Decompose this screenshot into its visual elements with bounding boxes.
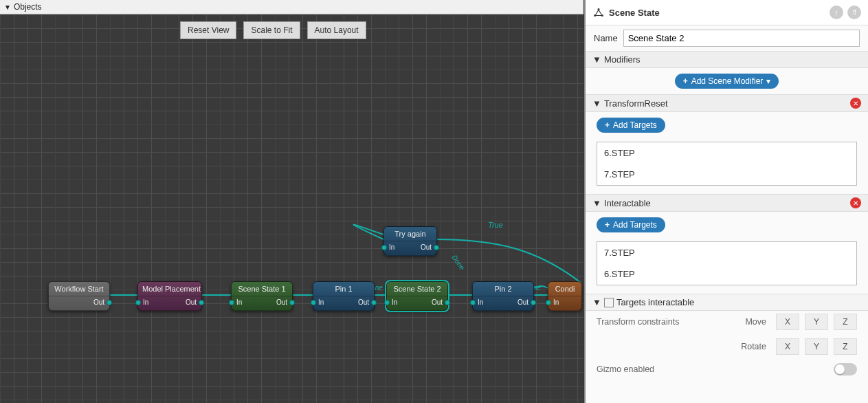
name-label: Name — [594, 33, 618, 43]
canvas-header[interactable]: ▼ Objects — [0, 0, 583, 14]
plus-icon: + — [605, 120, 610, 130]
edge-label-true: True — [488, 221, 503, 229]
remove-interactable-button[interactable]: ✕ — [850, 197, 861, 208]
targets-interactable-checkbox[interactable] — [604, 298, 614, 307]
move-z-button[interactable]: Z — [834, 314, 857, 330]
node-condition[interactable]: Condi In — [548, 281, 582, 311]
plus-icon: + — [683, 76, 688, 86]
panel-title: Scene State — [609, 8, 825, 18]
chevron-down-icon: ▼ — [592, 54, 601, 65]
chevron-down-icon: ▼ — [4, 3, 11, 11]
chevron-down-icon: ▼ — [592, 297, 601, 307]
node-try-again[interactable]: Try again InOut — [383, 226, 437, 256]
node-scene-state-1[interactable]: Scene State 1 InOut — [231, 281, 293, 311]
plus-icon: + — [605, 220, 610, 230]
port-out-icon[interactable] — [434, 245, 439, 250]
reset-view-button[interactable]: Reset View — [180, 21, 236, 39]
edge-label-done: Done — [451, 254, 467, 272]
targets-interactable-row[interactable]: ▼ Targets interactable — [586, 294, 868, 311]
gizmo-toggle[interactable] — [834, 363, 857, 375]
rotate-y-button[interactable]: Y — [805, 338, 828, 355]
nav-up-button[interactable]: ↑ — [830, 6, 843, 19]
port-in-icon[interactable] — [384, 300, 390, 305]
nav-top-button[interactable]: ⇑ — [847, 6, 861, 19]
node-canvas[interactable]: Reset View Scale to Fit Auto Layout True… — [0, 14, 583, 403]
node-pin-1[interactable]: Pin 1 InOut — [313, 281, 375, 311]
list-item[interactable]: 7.STEP — [597, 242, 856, 263]
rotate-z-button[interactable]: Z — [834, 338, 857, 355]
gizmo-label: Gizmo enabled — [597, 364, 654, 374]
scale-to-fit-button[interactable]: Scale to Fit — [243, 21, 300, 39]
port-out-icon[interactable] — [445, 300, 450, 305]
scene-state-icon — [592, 6, 605, 19]
node-workflow-start[interactable]: Workflow Start Out — [48, 281, 110, 311]
auto-layout-button[interactable]: Auto Layout — [307, 21, 366, 39]
port-in-icon[interactable] — [381, 245, 387, 250]
port-in-icon[interactable] — [546, 300, 551, 305]
add-scene-modifier-button[interactable]: + Add Scene Modifier ▾ — [675, 74, 779, 89]
rotate-x-button[interactable]: X — [776, 338, 799, 355]
name-input[interactable] — [623, 30, 860, 47]
port-out-icon[interactable] — [289, 300, 295, 305]
list-item[interactable]: 6.STEP — [597, 263, 856, 285]
interactable-targets-list[interactable]: 7.STEP 6.STEP — [597, 241, 857, 285]
list-item[interactable]: 7.STEP — [597, 164, 856, 185]
chevron-down-icon: ▼ — [592, 198, 601, 208]
node-scene-state-2[interactable]: Scene State 2 InOut — [386, 281, 448, 311]
transform-reset-targets-list[interactable]: 6.STEP 7.STEP — [597, 142, 857, 186]
move-y-button[interactable]: Y — [805, 314, 828, 330]
port-in-icon[interactable] — [229, 300, 234, 305]
list-item[interactable]: 6.STEP — [597, 142, 856, 164]
port-in-icon[interactable] — [135, 300, 141, 305]
move-x-button[interactable]: X — [776, 314, 799, 330]
transform-constraints-label: Transform constraints — [597, 317, 679, 327]
add-targets-int-button[interactable]: + Add Targets — [597, 217, 665, 232]
chevron-down-icon: ▼ — [592, 98, 601, 109]
port-out-icon[interactable] — [531, 300, 536, 305]
chevron-down-icon: ▾ — [766, 76, 770, 86]
port-out-icon[interactable] — [107, 300, 112, 305]
port-out-icon[interactable] — [371, 300, 377, 305]
remove-transform-reset-button[interactable]: ✕ — [850, 98, 861, 109]
port-in-icon[interactable] — [311, 300, 316, 305]
inspector-panel: Scene State ↑ ⇑ Name ▼ Modifiers + Add S… — [584, 0, 868, 403]
transform-reset-section[interactable]: ▼ TransformReset ✕ — [586, 94, 868, 112]
interactable-section[interactable]: ▼ Interactable ✕ — [586, 194, 868, 212]
node-model-placement[interactable]: Model Placement InOut — [137, 281, 202, 311]
modifiers-section[interactable]: ▼ Modifiers — [586, 51, 868, 68]
canvas-title: Objects — [14, 2, 42, 12]
add-targets-tr-button[interactable]: + Add Targets — [597, 118, 665, 133]
node-pin-2[interactable]: Pin 2 InOut — [472, 281, 534, 311]
port-out-icon[interactable] — [199, 300, 204, 305]
port-in-icon[interactable] — [470, 300, 476, 305]
